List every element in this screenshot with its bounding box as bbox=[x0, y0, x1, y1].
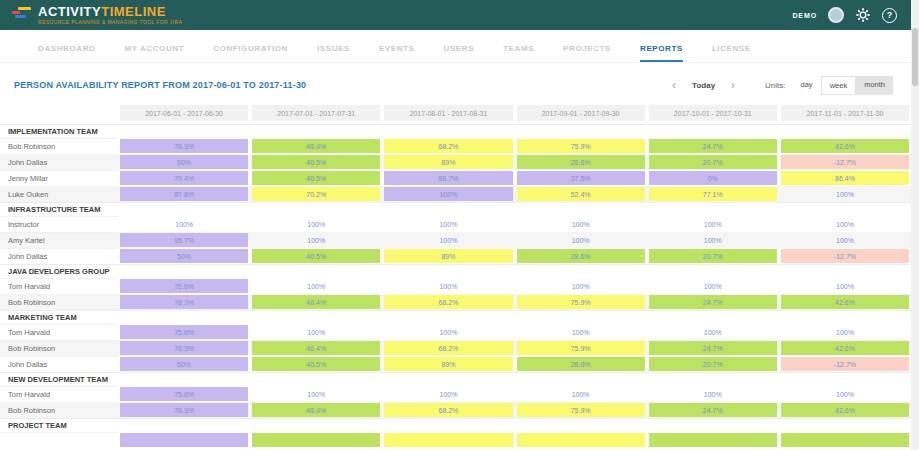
availability-cell[interactable]: 68.2% bbox=[384, 295, 512, 309]
availability-cell[interactable]: 28.6% bbox=[517, 357, 645, 371]
user-avatar[interactable] bbox=[828, 7, 844, 23]
availability-cell[interactable]: 100% bbox=[781, 325, 909, 339]
availability-cell[interactable]: 75.9% bbox=[517, 139, 645, 153]
availability-cell[interactable]: 100% bbox=[517, 217, 645, 231]
nav-tab-projects[interactable]: PROJECTS bbox=[563, 44, 611, 62]
availability-cell[interactable]: 0% bbox=[649, 171, 777, 185]
nav-tab-configuration[interactable]: CONFIGURATION bbox=[213, 44, 288, 62]
availability-cell[interactable]: 100% bbox=[252, 217, 380, 231]
settings-gear-icon[interactable] bbox=[855, 7, 871, 23]
availability-cell[interactable]: 100% bbox=[384, 187, 512, 201]
availability-cell[interactable]: 75.9% bbox=[517, 341, 645, 355]
availability-cell[interactable]: 42.6% bbox=[781, 139, 909, 153]
availability-cell[interactable]: -12.7% bbox=[781, 155, 909, 169]
availability-cell[interactable] bbox=[384, 433, 512, 447]
availability-cell[interactable]: 20.7% bbox=[649, 155, 777, 169]
availability-cell[interactable]: 50% bbox=[120, 155, 248, 169]
availability-cell[interactable]: 24.7% bbox=[649, 403, 777, 417]
availability-cell[interactable]: 100% bbox=[252, 279, 380, 293]
availability-cell[interactable]: 95.7% bbox=[120, 233, 248, 247]
unit-button-day[interactable]: day bbox=[793, 76, 821, 95]
availability-cell[interactable]: 76.3% bbox=[120, 139, 248, 153]
help-icon[interactable]: ? bbox=[882, 8, 897, 23]
nav-tab-dashboard[interactable]: DASHBOARD bbox=[38, 44, 95, 62]
availability-cell[interactable]: 86.7% bbox=[384, 171, 512, 185]
availability-cell[interactable]: 89% bbox=[384, 155, 512, 169]
availability-cell[interactable]: 28.6% bbox=[517, 249, 645, 263]
availability-cell[interactable]: 75.6% bbox=[120, 279, 248, 293]
availability-cell[interactable]: 20.7% bbox=[649, 357, 777, 371]
vertical-scrollbar[interactable] bbox=[911, 0, 919, 450]
availability-cell[interactable]: 100% bbox=[517, 233, 645, 247]
availability-cell[interactable]: 87.8% bbox=[120, 187, 248, 201]
scrollbar-thumb[interactable] bbox=[912, 28, 918, 86]
availability-cell[interactable]: 40.5% bbox=[252, 249, 380, 263]
availability-cell[interactable] bbox=[120, 433, 248, 447]
availability-cell[interactable]: 46.4% bbox=[252, 295, 380, 309]
availability-cell[interactable]: 46.4% bbox=[252, 139, 380, 153]
nav-tab-teams[interactable]: TEAMS bbox=[503, 44, 534, 62]
availability-cell[interactable]: 100% bbox=[781, 279, 909, 293]
availability-cell[interactable]: 50% bbox=[120, 357, 248, 371]
nav-tab-events[interactable]: EVENTS bbox=[379, 44, 415, 62]
today-button[interactable]: Today bbox=[692, 81, 715, 90]
availability-cell[interactable]: 100% bbox=[252, 325, 380, 339]
nav-tab-users[interactable]: USERS bbox=[444, 44, 475, 62]
availability-cell[interactable]: 42.6% bbox=[781, 341, 909, 355]
availability-cell[interactable]: 79.4% bbox=[120, 171, 248, 185]
availability-cell[interactable]: 89% bbox=[384, 249, 512, 263]
availability-cell[interactable]: 68.2% bbox=[384, 403, 512, 417]
availability-cell[interactable]: 100% bbox=[649, 325, 777, 339]
availability-cell[interactable]: 68.2% bbox=[384, 341, 512, 355]
availability-cell[interactable]: 28.6% bbox=[517, 155, 645, 169]
availability-cell[interactable]: 100% bbox=[517, 325, 645, 339]
availability-cell[interactable]: 100% bbox=[252, 233, 380, 247]
availability-cell[interactable]: 100% bbox=[517, 387, 645, 401]
availability-cell[interactable]: -12.7% bbox=[781, 249, 909, 263]
availability-cell[interactable]: 100% bbox=[384, 325, 512, 339]
app-logo[interactable]: ACTIVITYTIMELINE RESOURCE PLANNING & MAN… bbox=[12, 5, 182, 25]
availability-cell[interactable]: 86.4% bbox=[781, 171, 909, 185]
availability-cell[interactable]: 42.6% bbox=[781, 295, 909, 309]
availability-cell[interactable]: 24.7% bbox=[649, 139, 777, 153]
availability-cell[interactable]: 76.3% bbox=[120, 403, 248, 417]
availability-cell[interactable]: 46.4% bbox=[252, 341, 380, 355]
availability-cell[interactable]: 75.9% bbox=[517, 295, 645, 309]
availability-cell[interactable]: 100% bbox=[384, 279, 512, 293]
nav-tab-reports[interactable]: REPORTS bbox=[640, 44, 683, 62]
availability-cell[interactable]: 52.4% bbox=[517, 187, 645, 201]
availability-cell[interactable]: 100% bbox=[781, 233, 909, 247]
availability-cell[interactable]: 75.9% bbox=[517, 403, 645, 417]
availability-cell[interactable]: 100% bbox=[649, 217, 777, 231]
availability-cell[interactable]: 100% bbox=[384, 217, 512, 231]
availability-cell[interactable]: 100% bbox=[781, 387, 909, 401]
availability-cell[interactable]: 100% bbox=[517, 279, 645, 293]
availability-cell[interactable]: 75.6% bbox=[120, 387, 248, 401]
availability-cell[interactable]: 100% bbox=[384, 233, 512, 247]
nav-tab-issues[interactable]: ISSUES bbox=[317, 44, 350, 62]
availability-cell[interactable]: 40.5% bbox=[252, 171, 380, 185]
availability-cell[interactable]: 40.5% bbox=[252, 357, 380, 371]
prev-period-icon[interactable]: ‹ bbox=[672, 80, 676, 90]
unit-button-week[interactable]: week bbox=[821, 76, 857, 95]
availability-cell[interactable]: 42.6% bbox=[781, 403, 909, 417]
availability-cell[interactable]: 70.2% bbox=[252, 187, 380, 201]
availability-cell[interactable]: 100% bbox=[781, 187, 909, 201]
availability-cell[interactable]: 50% bbox=[120, 249, 248, 263]
unit-button-month[interactable]: month bbox=[856, 76, 893, 95]
availability-cell[interactable]: 76.3% bbox=[120, 295, 248, 309]
availability-cell[interactable]: 75.6% bbox=[120, 325, 248, 339]
availability-cell[interactable]: 89% bbox=[384, 357, 512, 371]
availability-cell[interactable]: 24.7% bbox=[649, 295, 777, 309]
availability-cell[interactable]: 37.5% bbox=[517, 171, 645, 185]
nav-tab-my-account[interactable]: MY ACCOUNT bbox=[124, 44, 184, 62]
availability-cell[interactable]: 100% bbox=[120, 217, 248, 231]
availability-cell[interactable]: 68.2% bbox=[384, 139, 512, 153]
availability-cell[interactable]: 40.5% bbox=[252, 155, 380, 169]
availability-cell[interactable]: 100% bbox=[649, 233, 777, 247]
availability-cell[interactable]: 100% bbox=[252, 387, 380, 401]
availability-cell[interactable]: 46.4% bbox=[252, 403, 380, 417]
availability-cell[interactable]: 100% bbox=[384, 387, 512, 401]
nav-tab-license[interactable]: LICENSE bbox=[712, 44, 751, 62]
availability-cell[interactable]: 76.3% bbox=[120, 341, 248, 355]
